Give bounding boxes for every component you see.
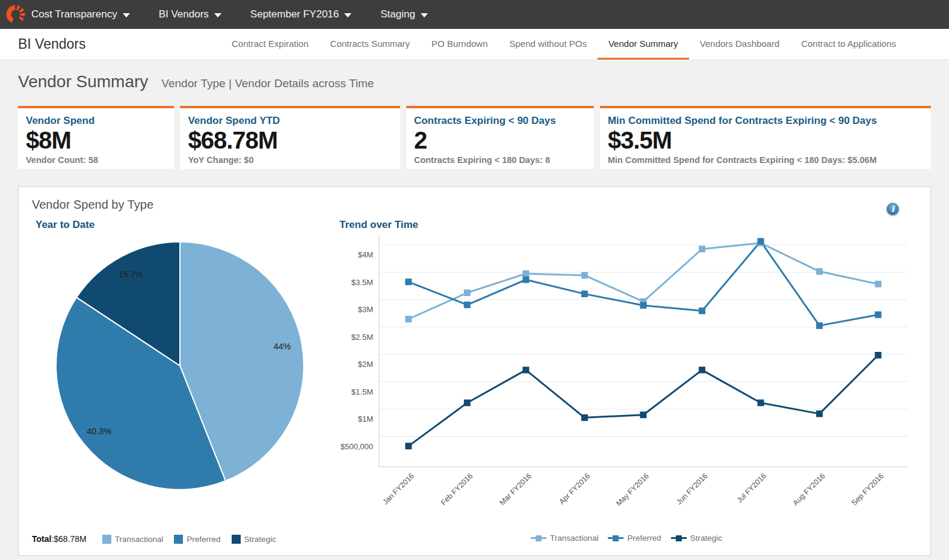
legend-item-strategic[interactable]: Strategic <box>671 534 722 543</box>
preferred-line-swatch <box>608 537 623 539</box>
legend-item-strategic[interactable]: Strategic <box>232 535 276 544</box>
pie-chart-title: Year to Date <box>36 219 336 231</box>
kpi-subtitle: Contracts Expiring < 180 Days: 8 <box>414 155 586 165</box>
tab-bar: Contract Expiration Contracts Summary PO… <box>221 29 907 60</box>
kpi-card-vendor-spend-ytd: Vendor Spend YTD $68.78M YoY Change: $0 <box>180 106 400 169</box>
svg-text:$2M: $2M <box>358 360 373 369</box>
caret-down-icon <box>421 13 428 17</box>
tab-contract-to-applications[interactable]: Contract to Applications <box>790 29 907 60</box>
strategic-swatch <box>232 535 241 544</box>
svg-text:$3.5M: $3.5M <box>351 278 373 287</box>
vendor-spend-by-type-panel: Vendor Spend by Type i Year to Date 44%4… <box>18 186 931 556</box>
tab-contracts-summary[interactable]: Contracts Summary <box>320 29 421 60</box>
kpi-title: Min Committed Spend for Contracts Expiri… <box>608 115 923 127</box>
kpi-card-vendor-spend: Vendor Spend $8M Vendor Count: 58 <box>18 106 174 169</box>
svg-text:Mar FY2016: Mar FY2016 <box>498 472 533 507</box>
kpi-value: $8M <box>26 128 166 153</box>
svg-text:$1.5M: $1.5M <box>351 387 373 396</box>
svg-text:Feb FY2016: Feb FY2016 <box>439 472 475 507</box>
nav-dropdown-bi-vendors[interactable]: BI Vendors <box>159 8 221 20</box>
nav-dropdown-environment[interactable]: Staging <box>380 8 428 20</box>
transactional-swatch <box>102 535 111 544</box>
trend-legend: Transactional Preferred Strategic <box>336 534 917 545</box>
svg-text:$4M: $4M <box>358 250 373 259</box>
tab-vendors-dashboard[interactable]: Vendors Dashboard <box>689 29 791 60</box>
svg-text:$2.5M: $2.5M <box>351 333 373 342</box>
kpi-title: Vendor Spend <box>26 115 166 127</box>
trend-chart-title: Trend over Time <box>339 219 917 231</box>
tab-contract-expiration[interactable]: Contract Expiration <box>221 29 320 60</box>
nav-label: BI Vendors <box>159 8 209 20</box>
preferred-marker-swatch <box>613 535 619 541</box>
logo-icon <box>5 4 26 25</box>
legend-label: Strategic <box>244 535 276 544</box>
caret-down-icon <box>344 13 351 17</box>
report-header: BI Vendors Contract Expiration Contracts… <box>0 29 949 60</box>
tab-vendor-summary[interactable]: Vendor Summary <box>598 29 689 60</box>
kpi-subtitle: YoY Change: $0 <box>188 155 392 165</box>
transactional-marker-swatch <box>536 535 542 541</box>
kpi-card-min-committed-spend: Min Committed Spend for Contracts Expiri… <box>600 106 931 169</box>
kpi-value: $3.5M <box>608 128 923 153</box>
legend-item-transactional[interactable]: Transactional <box>102 535 164 544</box>
info-icon[interactable]: i <box>886 203 899 215</box>
legend-item-preferred[interactable]: Preferred <box>608 534 661 543</box>
nav-dropdown-period[interactable]: September FY2016 <box>250 8 351 20</box>
strategic-marker-swatch <box>676 535 682 541</box>
svg-text:Jan FY2016: Jan FY2016 <box>381 472 416 506</box>
tab-spend-without-pos[interactable]: Spend without POs <box>499 29 598 60</box>
svg-text:$3M: $3M <box>358 305 373 314</box>
pie-footer: Total:$68.78M Transactional Preferred <box>32 534 336 545</box>
svg-text:$1M: $1M <box>358 414 373 423</box>
svg-text:Apr FY2016: Apr FY2016 <box>557 472 592 506</box>
panel-title: Vendor Spend by Type <box>32 198 917 212</box>
nav-dropdown-cost-transparency[interactable]: Cost Transparency <box>31 8 130 20</box>
pie-legend: Transactional Preferred Strategic <box>102 535 276 544</box>
trend-chart: $4M$3.5M$3M$2.5M$2M$1.5M$1M$500,000Jan F… <box>336 233 913 515</box>
nav-label: September FY2016 <box>250 8 339 20</box>
kpi-subtitle: Min Committed Spend for Contracts Expiri… <box>608 155 923 165</box>
report-title: BI Vendors <box>18 36 86 52</box>
kpi-subtitle: Vendor Count: 58 <box>26 155 166 165</box>
pie-chart: 44%40.3%15.7% <box>43 236 315 499</box>
preferred-swatch <box>174 535 183 544</box>
caret-down-icon <box>123 13 130 17</box>
page-title: Vendor Summary <box>18 72 148 91</box>
page-content: Vendor Summary Vendor Type | Vendor Deta… <box>0 72 949 556</box>
pie-total-label: Total <box>32 534 51 544</box>
strategic-line-swatch <box>671 537 687 539</box>
nav-label: Staging <box>380 8 415 20</box>
caret-down-icon <box>214 13 221 17</box>
pie-column: Year to Date 44%40.3%15.7% Total:$68.78M… <box>32 215 336 545</box>
kpi-title: Vendor Spend YTD <box>188 115 392 127</box>
svg-text:$500,000: $500,000 <box>341 442 373 451</box>
kpi-value: $68.78M <box>188 128 392 153</box>
page-title-row: Vendor Summary Vendor Type | Vendor Deta… <box>18 72 931 91</box>
tab-po-burndown[interactable]: PO Burndown <box>421 29 498 60</box>
kpi-value: 2 <box>414 128 586 153</box>
legend-label: Transactional <box>115 535 164 544</box>
legend-item-transactional[interactable]: Transactional <box>531 534 599 543</box>
legend-label: Transactional <box>550 534 599 543</box>
svg-text:40.3%: 40.3% <box>87 426 111 436</box>
svg-text:15.7%: 15.7% <box>119 269 143 279</box>
legend-item-preferred[interactable]: Preferred <box>174 535 220 544</box>
kpi-card-contracts-expiring: Contracts Expiring < 90 Days 2 Contracts… <box>406 106 594 169</box>
chart-columns: Year to Date 44%40.3%15.7% Total:$68.78M… <box>32 215 917 545</box>
pie-total-value: $68.78M <box>54 534 86 544</box>
svg-text:Aug FY2016: Aug FY2016 <box>791 472 827 507</box>
transactional-line-swatch <box>531 537 546 539</box>
apptio-logo[interactable] <box>0 4 31 25</box>
top-navigation-bar: Cost Transparency BI Vendors September F… <box>0 0 949 29</box>
nav-label: Cost Transparency <box>31 8 117 20</box>
svg-text:Jul FY2016: Jul FY2016 <box>735 472 768 505</box>
svg-text:44%: 44% <box>273 342 291 351</box>
legend-label: Preferred <box>187 535 220 544</box>
svg-text:May FY2016: May FY2016 <box>614 472 651 508</box>
svg-text:Sep FY2016: Sep FY2016 <box>850 472 885 507</box>
kpi-card-row: Vendor Spend $8M Vendor Count: 58 Vendor… <box>18 106 931 169</box>
legend-label: Preferred <box>627 534 661 543</box>
svg-text:Jun FY2016: Jun FY2016 <box>675 472 709 506</box>
kpi-title: Contracts Expiring < 90 Days <box>414 115 586 127</box>
legend-label: Strategic <box>690 534 722 543</box>
